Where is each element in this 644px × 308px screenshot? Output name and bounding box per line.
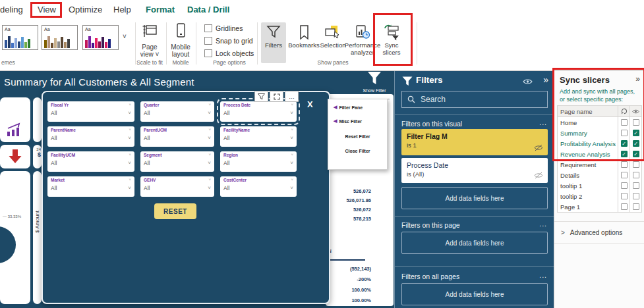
filters-pane-toggle-button[interactable]: Filters (261, 22, 286, 63)
slicer-value-row[interactable]: All˅ (144, 110, 211, 116)
chevron-down-icon[interactable]: ˅ (291, 153, 293, 157)
focus-mode-icon[interactable] (270, 91, 283, 102)
slicer-dropdown-fiscal-yr[interactable]: Fiscal Yr˅All˅ (47, 101, 134, 122)
slicer-value-row[interactable]: All˅ (223, 160, 293, 167)
sync-checkbox[interactable] (621, 119, 628, 126)
kpi-tile-partial[interactable] (33, 97, 42, 142)
more-options-icon[interactable]: ... (539, 118, 547, 126)
checkbox-box[interactable] (204, 37, 212, 45)
sync-checkbox[interactable] (621, 130, 628, 136)
bookmarks-pane-button[interactable]: Bookmarks (287, 22, 320, 49)
chevron-down-icon[interactable]: ˅ (291, 128, 293, 132)
slicer-dropdown-gehv[interactable]: GEHV˅All˅ (140, 176, 214, 197)
slicer-value-row[interactable]: All˅ (144, 185, 211, 192)
menu-item-misc-filter[interactable]: ◀Misc Filter (328, 118, 387, 124)
chevron-down-icon[interactable]: ˅ (290, 160, 293, 167)
sync-subtitle-link[interactable]: Add and sync with all pages, (560, 88, 635, 95)
filter-card-flag[interactable]: Filter Flag M is 1 (401, 129, 548, 155)
menu-item-filter-pane[interactable]: ◀Filter Pane (328, 105, 387, 110)
more-options-icon[interactable]: ... (539, 271, 547, 279)
eye-slash-icon[interactable] (534, 172, 543, 179)
chevron-down-icon[interactable]: ˅ (129, 103, 131, 107)
chevron-down-icon[interactable]: ˅ (290, 110, 293, 116)
slicer-dropdown-costcenter[interactable]: CostCenter˅All˅ (220, 176, 297, 197)
kpi-tile-down-arrow[interactable] (0, 145, 30, 168)
visible-checkbox[interactable] (633, 161, 639, 168)
chevron-down-icon[interactable]: ˅ (128, 110, 131, 116)
checkbox-box[interactable] (204, 24, 212, 32)
sync-checkbox[interactable] (621, 172, 628, 178)
add-data-fields-dropzone[interactable]: Add data fields here (401, 232, 548, 254)
chevron-down-icon[interactable]: ˅ (290, 185, 293, 192)
slicer-dropdown-process-date[interactable]: Process Date˅All˅ (220, 101, 297, 122)
mobile-layout-button[interactable]: Mobilelayout (166, 22, 195, 58)
slicer-value-row[interactable]: All˅ (144, 160, 211, 167)
kpi-tile-amount-partial[interactable]: 24 $ (33, 145, 42, 168)
menu-item-close-filter[interactable]: Close Filter (328, 149, 387, 153)
visible-checkbox[interactable]: ✓ (633, 140, 639, 147)
collapse-pane-icon[interactable]: » (543, 74, 548, 85)
tab-data-drill[interactable]: Data / Drill (187, 5, 229, 14)
reset-button[interactable]: RESET (154, 203, 196, 219)
chevron-down-icon[interactable]: ˅ (291, 103, 293, 107)
chevron-down-icon[interactable]: ˅ (208, 153, 211, 157)
theme-thumbnail[interactable]: Aa (2, 25, 38, 50)
sync-checkbox[interactable]: ✓ (621, 140, 628, 147)
sync-checkbox[interactable] (621, 161, 628, 168)
chevron-down-icon[interactable]: ˅ (290, 135, 293, 141)
chevron-down-icon[interactable]: ˅ (208, 160, 211, 167)
sync-checkbox[interactable]: ✓ (621, 151, 628, 157)
sync-checkbox[interactable] (621, 193, 628, 199)
collapse-pane-icon[interactable]: » (635, 74, 640, 84)
chevron-down-icon[interactable]: ˅ (129, 128, 131, 132)
checkbox-lock-objects[interactable]: Lock objects (204, 49, 254, 58)
kpi-tile-trend[interactable] (0, 97, 30, 142)
tab-optimize[interactable]: Optimize (69, 5, 102, 14)
chevron-down-icon[interactable]: ˅ (208, 178, 211, 182)
slicer-dropdown-quarter[interactable]: Quarter˅All˅ (140, 101, 214, 122)
visible-checkbox[interactable]: ✓ (633, 151, 639, 157)
eye-icon[interactable] (523, 78, 533, 86)
tab-view[interactable]: View (38, 5, 56, 14)
chevron-down-icon[interactable]: ˅ (291, 178, 293, 182)
filter-card-process-date[interactable]: Process Date is (All) (401, 158, 548, 183)
page-view-button[interactable]: Pageview ˅ (134, 22, 165, 58)
slicer-value-row[interactable]: All˅ (223, 185, 293, 192)
more-options-icon[interactable]: … (285, 91, 299, 102)
show-filter-button[interactable]: Show Filter (357, 71, 392, 93)
chevron-down-icon[interactable]: ˅ (129, 153, 131, 157)
chevron-down-icon[interactable]: ˅ (208, 128, 211, 132)
slicer-value-row[interactable]: All˅ (51, 160, 131, 167)
checkbox-snap-to-grid[interactable]: Snap to grid (204, 36, 253, 45)
chevron-down-icon[interactable]: ˅ (208, 185, 211, 192)
visual-filter-icon[interactable] (254, 91, 268, 102)
slicer-value-row[interactable]: All˅ (144, 135, 211, 141)
visible-checkbox[interactable]: ✓ (633, 130, 639, 136)
performance-analyzer-button[interactable]: Performance analyzer (343, 22, 382, 56)
slicer-value-row[interactable]: All˅ (51, 135, 131, 141)
donut-chart-tile[interactable]: — 33.33% (0, 171, 30, 304)
slicer-value-row[interactable]: All˅ (51, 110, 131, 116)
sync-slicers-pane-button[interactable]: Sync slicers (377, 22, 406, 56)
advanced-options-toggle[interactable]: >Advanced options (561, 229, 622, 236)
chevron-down-icon[interactable]: ˅ (128, 185, 131, 192)
menu-item-reset-filter[interactable]: Reset Filter (328, 134, 387, 139)
slicer-dropdown-parentname[interactable]: ParentName˅All˅ (47, 126, 134, 147)
slicer-value-row[interactable]: All˅ (223, 110, 293, 116)
more-options-icon[interactable]: ... (539, 220, 547, 228)
chevron-down-icon[interactable]: ˅ (208, 110, 211, 116)
chevron-down-icon[interactable]: ˅ (208, 135, 211, 141)
sync-checkbox[interactable] (621, 203, 628, 210)
tab-help[interactable]: Help (113, 5, 131, 14)
checkbox-box[interactable] (204, 49, 212, 57)
slicer-dropdown-facilityucm[interactable]: FacilityUCM˅All˅ (47, 151, 134, 172)
visible-checkbox[interactable] (633, 193, 639, 199)
slicer-value-row[interactable]: All˅ (51, 185, 131, 192)
visible-checkbox[interactable] (633, 119, 639, 126)
checkbox-gridlines[interactable]: Gridlines (204, 24, 243, 33)
tab-modeling[interactable]: deling (0, 5, 23, 14)
filters-search-box[interactable]: Search (401, 91, 548, 108)
theme-thumbnail[interactable]: Aa (82, 25, 119, 50)
sync-checkbox[interactable] (621, 182, 628, 189)
slicer-dropdown-region[interactable]: Region˅All˅ (220, 151, 297, 172)
